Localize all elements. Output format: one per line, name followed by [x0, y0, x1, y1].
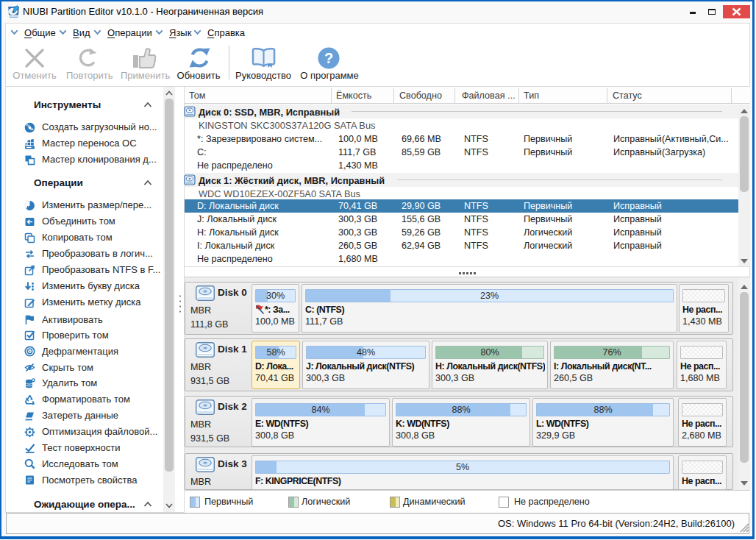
svg-text:?: ? [324, 50, 333, 66]
